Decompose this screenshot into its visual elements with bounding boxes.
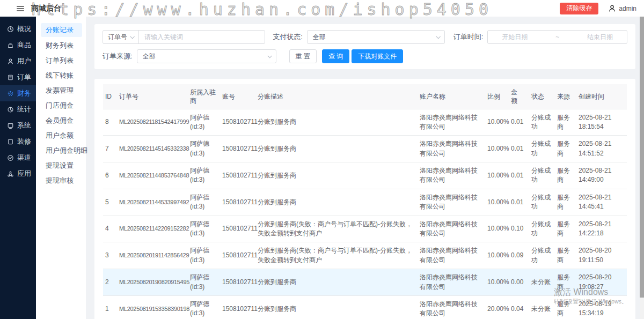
cell-created: 2025-08-20 19:08:27 (576, 269, 627, 296)
split-records-table: ID订单号所属入驻商账号分账描述账户名称比例金额状态来源创建时间 8ML2025… (103, 84, 627, 319)
submenu-item-split-records[interactable]: 分账记录 (41, 23, 82, 37)
cell-merchant: 阿萨德 (id:3) (188, 216, 220, 242)
cell-desc: 分账到服务商(失败：商户号与订单不匹配)-分账失败，失败金额转到支付商户 (255, 216, 418, 242)
cell-ratio: 10.00% (485, 189, 509, 216)
sidebar-item-system[interactable]: 系统 (0, 117, 36, 133)
sidebar-item-label: 装修 (17, 137, 31, 146)
submenu-item-offline-transfer[interactable]: 线下转账 (36, 68, 86, 83)
table-row: 4ML20250821142209152282阿萨德 (id:3)1508102… (103, 216, 627, 242)
chevron-down-icon (130, 34, 134, 39)
cell-source: 服务商 (555, 162, 576, 189)
scrollbar-thumb[interactable] (640, 17, 644, 298)
cell-merchant: 阿萨德 (id:3) (188, 242, 220, 269)
cell-desc: 分账到服务商(失败：商户号与订单不匹配)-分账失败，失败金额转到支付商户 (255, 242, 418, 269)
submenu-item-label: 发票管理 (46, 86, 74, 95)
order-time-range-picker[interactable]: 开始日期 ~ 结束日期 (487, 30, 627, 44)
cell-amount: 0.00 (509, 269, 529, 296)
table-row: 5ML20250821144533997492阿萨德 (id:3)1508102… (103, 189, 627, 216)
cell-status: 分账成功 (529, 162, 555, 189)
submenu-item-withdraw-settings[interactable]: 提现设置 (36, 158, 86, 173)
cell-status: 分账成功 (529, 242, 555, 269)
sidebar-item-goods[interactable]: 商品 (0, 37, 36, 53)
cell-merchant: 阿萨德 (id:3) (188, 269, 220, 296)
cell-source: 服务商 (555, 136, 576, 162)
submenu-item-withdraw-review[interactable]: 提现审核 (36, 173, 86, 188)
sidebar-item-apps[interactable]: 应用 (0, 166, 36, 182)
cell-account: 1508102711 (220, 216, 255, 242)
cell-merchant: 阿萨德 (id:3) (188, 162, 220, 189)
cell-order_no: ML20250821181542417999 (117, 109, 188, 136)
submenu-item-user-commission-detail[interactable]: 用户佣金明细 (36, 143, 86, 158)
cell-account_name: 洛阳赤炎鹰网络科技有限公司 (418, 295, 485, 319)
submenu-item-user-balance[interactable]: 用户余额 (36, 128, 86, 143)
cell-ratio: 20.00% (485, 295, 509, 319)
cell-desc: 分账到服务商 (255, 269, 418, 296)
gear-icon (7, 90, 14, 97)
sidebar-item-orders[interactable]: 订单 (0, 69, 36, 85)
order-no-type-dropdown[interactable]: 订单号 (103, 31, 139, 43)
sidebar-item-decoration[interactable]: 装修 (0, 133, 36, 150)
cell-amount: 0.01 (509, 136, 529, 162)
submenu-item-finance-list[interactable]: 财务列表 (36, 38, 86, 53)
order-source-select[interactable]: 全部 (137, 49, 276, 63)
sidebar-item-overview[interactable]: 概况 (0, 21, 36, 37)
sidebar-item-channel[interactable]: 渠道 (0, 150, 36, 166)
cell-id: 5 (103, 189, 117, 216)
keyword-input[interactable] (139, 31, 265, 43)
cell-status: 分账成功 (529, 216, 555, 242)
column-header-created: 创建时间 (576, 84, 627, 109)
cell-created: 2025-08-21 14:22:18 (576, 216, 627, 242)
cell-amount: 0.09 (509, 242, 529, 269)
cell-ratio: 10.00% (485, 136, 509, 162)
cell-account: 1508102711 (220, 295, 255, 319)
cell-account: 1508102711 (220, 269, 255, 296)
cell-desc: 分账到服务商 (255, 189, 418, 216)
table-row: 8ML20250821181542417999阿萨德 (id:3)1508102… (103, 109, 627, 136)
menu-fold-icon[interactable] (16, 4, 25, 13)
cell-created: 2025-08-21 14:45:41 (576, 189, 627, 216)
user-avatar-icon (608, 4, 616, 12)
cell-amount: 0.01 (509, 109, 529, 136)
cell-source: 服务商 (555, 242, 576, 269)
submenu-item-member-commission[interactable]: 会员佣金 (36, 113, 86, 128)
table-row: 2ML20250820190820915495阿萨德 (id:3)1508102… (103, 269, 627, 296)
submenu-item-label: 分账记录 (46, 25, 74, 35)
cell-ratio: 10.00% (485, 242, 509, 269)
sidebar-item-statistics[interactable]: 统计 (0, 101, 36, 117)
column-header-account_name: 账户名称 (418, 84, 485, 109)
sidebar-item-label: 应用 (17, 169, 31, 179)
reset-button[interactable]: 重 置 (289, 49, 317, 63)
submenu-item-order-list[interactable]: 订单列表 (36, 53, 86, 68)
records-table-panel: ID订单号所属入驻商账号分账描述账户名称比例金额状态来源创建时间 8ML2025… (94, 79, 635, 319)
user-icon (7, 58, 14, 65)
cell-id: 2 (103, 269, 117, 296)
cell-id: 1 (103, 295, 117, 319)
username-label: admin (619, 5, 636, 12)
sidebar-item-finance[interactable]: 财务 (0, 85, 36, 101)
cell-created: 2025-08-21 18:15:54 (576, 109, 627, 136)
cell-amount: 0.10 (509, 216, 529, 242)
cell-created: 2025-08-19 15:34:19 (576, 295, 627, 319)
submenu-item-label: 提现设置 (46, 161, 74, 170)
download-reconciliation-button[interactable]: 下载对账文件 (352, 49, 403, 63)
clear-cache-button[interactable]: 清除缓存 (560, 3, 598, 14)
sidebar-item-users[interactable]: 用户 (0, 53, 36, 69)
table-header-row: ID订单号所属入驻商账号分账描述账户名称比例金额状态来源创建时间 (103, 84, 627, 109)
cell-order_no: ML20250821142209152282 (117, 216, 188, 242)
table-row: 7ML20250821145145332338阿萨德 (id:3)1508102… (103, 136, 627, 162)
sidebar-item-label: 概况 (17, 24, 31, 34)
order-source-value: 全部 (143, 52, 156, 61)
cell-order_no: ML20250820191142856429 (117, 242, 188, 269)
order-source-label: 订单来源: (103, 51, 133, 61)
submenu-item-label: 提现审核 (46, 176, 74, 186)
submenu-item-label: 线下转账 (46, 71, 74, 80)
submenu-item-store-commission[interactable]: 门店佣金 (36, 98, 86, 113)
column-header-source: 来源 (555, 84, 576, 109)
pay-status-select[interactable]: 全部 (307, 30, 445, 44)
submenu-item-invoice-management[interactable]: 发票管理 (36, 83, 86, 98)
cell-merchant: 阿萨德 (id:3) (188, 295, 220, 319)
submenu-item-label: 门店佣金 (46, 101, 74, 110)
user-menu[interactable]: admin (608, 4, 636, 12)
top-header: 商城后台 清除缓存 admin (0, 0, 644, 17)
query-button[interactable]: 查 询 (322, 49, 349, 63)
